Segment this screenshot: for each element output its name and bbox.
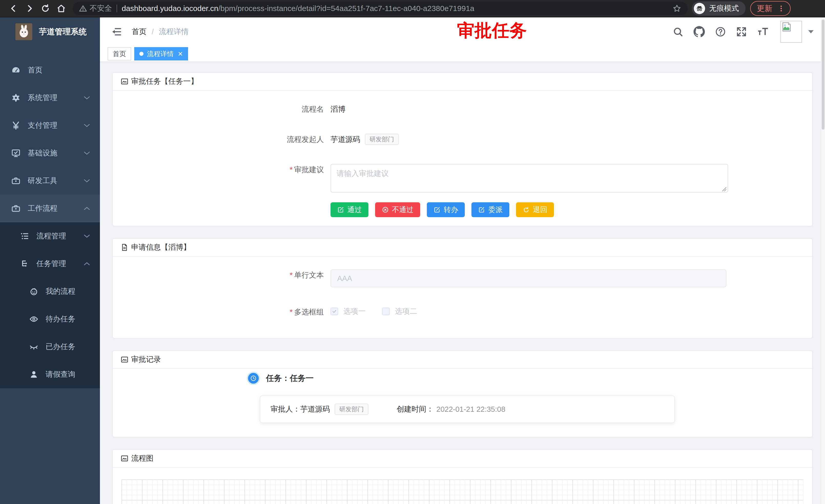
sidebar-item-workflow[interactable]: 工作流程 [0,195,100,222]
browser-update-menu-button[interactable]: 更新 [750,1,791,16]
security-label[interactable]: 不安全 [90,3,112,14]
field-value: 滔博 [330,103,346,115]
font-size-icon[interactable] [757,26,769,37]
card-body: 流程名 滔博 流程发起人 芋道源码 研发部门 *审批建议 [113,91,812,226]
breadcrumb-home[interactable]: 首页 [132,27,147,37]
monitor-check-icon [11,148,21,158]
breadcrumb-current: 流程详情 [159,27,189,37]
button-label: 不通过 [392,205,414,215]
dept-tag: 研发部门 [334,404,368,415]
search-icon[interactable] [672,26,684,37]
create-time-value: 2022-01-21 22:35:08 [436,405,505,414]
field-label: *多选框组 [113,306,330,318]
breadcrumb: 首页 / 流程详情 [132,27,189,37]
assignee-label: 审批人： [271,404,300,414]
checkbox-unchecked-icon [382,308,390,315]
field-label: 流程发起人 [113,134,330,145]
sidebar-item-label: 已办任务 [46,342,75,352]
suggestion-textarea[interactable] [330,164,728,192]
eye-open-icon [29,314,39,324]
workflow-submenu: 流程管理 任务管理 我的流程 待办任务 [0,222,100,388]
card-header: 审批任务【任务一】 [113,73,812,91]
return-button[interactable]: 退回 [516,202,554,217]
browser-home-button[interactable] [53,1,69,16]
url-path: /bpm/process-instance/detail?id=54aa251f… [218,4,474,12]
sidebar-item-label: 工作流程 [28,203,57,214]
help-icon[interactable] [715,26,726,37]
incognito-badge: 无痕模式 [692,1,746,16]
page-scrollbar[interactable] [821,17,825,504]
chevron-down-icon [83,123,90,128]
timeline-node: 任务：任务一 [248,373,812,384]
transfer-button[interactable]: 转办 [427,202,465,217]
sidebar-item-todo-tasks[interactable]: 待办任务 [0,305,100,333]
back-arrow-icon [9,4,18,13]
card-title: 流程图 [131,453,153,464]
field-label: 流程名 [113,103,330,115]
browser-forward-button[interactable] [21,1,38,16]
edit-icon [434,206,441,213]
create-time-label: 创建时间： [397,404,434,414]
field-label: *单行文本 [113,269,330,281]
browser-reload-button[interactable] [38,1,53,16]
page-url[interactable]: dashboard.yudao.iocoder.cn/bpm/process-i… [122,4,474,13]
sidebar-menu: 首页 系统管理 支付管理 基础设施 研 [0,56,100,388]
sidebar-item-label: 我的流程 [46,286,75,297]
header-actions [663,21,814,43]
app-logo-row[interactable]: 芋道管理系统 [0,17,100,46]
checkbox-option-1[interactable]: 选项一 [330,306,366,317]
sidebar-collapse-button[interactable] [111,26,122,37]
approval-timeline: 任务：任务一 审批人： 芋道源码 研发部门 创建时间： 2022-01-21 2… [113,369,812,437]
sidebar-item-label: 流程管理 [36,231,66,241]
form-row-checkbox-group: *多选框组 选项一 选项二 [113,306,812,318]
sidebar-item-infrastructure[interactable]: 基础设施 [0,139,100,167]
github-icon[interactable] [693,26,705,37]
sidebar-item-my-process[interactable]: 我的流程 [0,278,100,305]
edit-icon [478,206,485,213]
red-annotation-text: 审批任务 [351,19,633,42]
picture-icon [121,77,129,86]
reject-button[interactable]: 不通过 [375,202,420,217]
caret-down-icon[interactable] [808,30,814,33]
card-title: 审批任务【任务一】 [131,76,198,87]
scrollbar-thumb[interactable] [822,19,824,130]
sidebar-item-system[interactable]: 系统管理 [0,84,100,112]
url-divider [117,5,117,12]
toolbox-icon [11,176,21,186]
card-title: 审批记录 [131,354,161,365]
sidebar-item-dev-tools[interactable]: 研发工具 [0,167,100,195]
tab-home[interactable]: 首页 [107,47,131,61]
chevron-down-icon [83,234,90,238]
textarea-resize-handle[interactable] [722,187,727,191]
fullscreen-icon[interactable] [736,26,747,37]
sidebar-item-leave-query[interactable]: 请假查询 [0,360,100,388]
application-info-card: 申请信息【滔博】 *单行文本 *多选框组 选项一 [112,238,813,339]
picture-icon [121,454,129,463]
tab-label: 流程详情 [147,50,174,58]
yen-icon [11,120,21,131]
checkbox-option-2[interactable]: 选项二 [382,306,417,317]
avatar[interactable] [780,21,802,43]
required-mark: * [290,308,293,316]
single-text-input[interactable] [330,269,726,287]
sidebar-item-payment[interactable]: 支付管理 [0,112,100,139]
sidebar-item-home[interactable]: 首页 [0,56,100,84]
document-icon [121,243,129,251]
gear-icon [11,93,21,103]
circle-close-icon [382,206,389,213]
active-tab-dot [139,52,144,56]
delegate-button[interactable]: 委派 [471,202,509,217]
form-row-process-name: 流程名 滔博 [113,103,812,115]
sidebar-item-done-tasks[interactable]: 已办任务 [0,333,100,360]
sidebar-item-process-management[interactable]: 流程管理 [0,222,100,250]
bookmark-star-icon[interactable] [672,4,681,13]
sidebar-item-task-management[interactable]: 任务管理 [0,250,100,278]
approve-button[interactable]: 通过 [330,202,368,217]
address-bar[interactable]: 不安全 dashboard.yudao.iocoder.cn/bpm/proce… [73,2,688,15]
tab-close-icon[interactable] [178,51,183,56]
bpmn-diagram-canvas[interactable] [122,480,804,504]
browser-back-button[interactable] [6,1,21,16]
main-content: 审批任务【任务一】 流程名 滔博 流程发起人 芋道源码 研发部门 *审批建议 [100,62,825,504]
tab-process-detail[interactable]: 流程详情 [134,47,188,61]
app-logo [15,23,32,40]
